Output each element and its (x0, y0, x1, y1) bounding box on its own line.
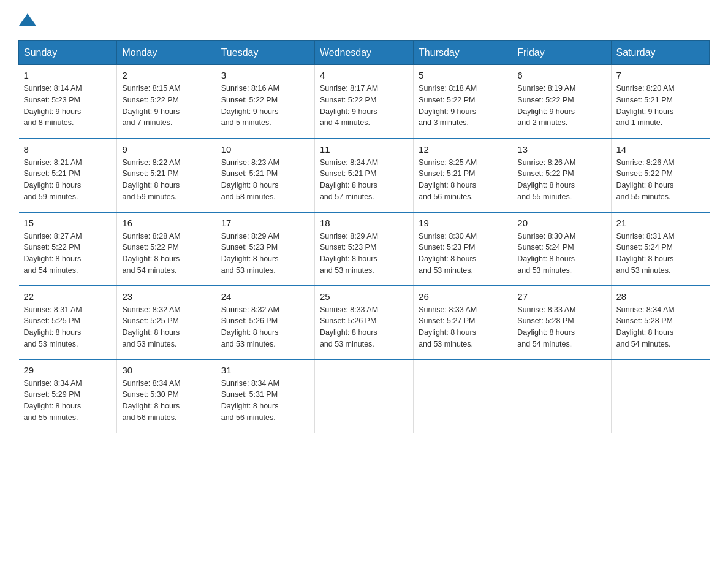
calendar-day-cell: 3 Sunrise: 8:16 AM Sunset: 5:22 PM Dayli… (216, 65, 314, 139)
day-number: 9 (122, 144, 210, 155)
logo (18, 12, 37, 28)
logo-icon (19, 13, 36, 28)
calendar-day-cell: 21 Sunrise: 8:31 AM Sunset: 5:24 PM Dayl… (611, 212, 710, 286)
day-number: 10 (221, 144, 309, 155)
calendar-day-cell: 6 Sunrise: 8:19 AM Sunset: 5:22 PM Dayli… (512, 65, 611, 139)
day-info: Sunrise: 8:34 AM Sunset: 5:31 PM Dayligh… (221, 378, 309, 424)
calendar-week-row: 22 Sunrise: 8:31 AM Sunset: 5:25 PM Dayl… (19, 286, 710, 359)
calendar-day-cell: 9 Sunrise: 8:22 AM Sunset: 5:21 PM Dayli… (117, 139, 216, 212)
day-number: 17 (221, 218, 309, 228)
day-number: 24 (221, 291, 309, 302)
day-info: Sunrise: 8:34 AM Sunset: 5:28 PM Dayligh… (616, 304, 705, 350)
calendar-day-cell: 16 Sunrise: 8:28 AM Sunset: 5:22 PM Dayl… (117, 212, 216, 286)
day-info: Sunrise: 8:17 AM Sunset: 5:22 PM Dayligh… (320, 83, 408, 129)
col-thursday: Thursday (414, 41, 512, 65)
page-header (18, 12, 710, 28)
day-number: 19 (419, 218, 507, 228)
day-number: 18 (320, 218, 408, 228)
calendar-day-cell: 25 Sunrise: 8:33 AM Sunset: 5:26 PM Dayl… (314, 286, 413, 359)
day-number: 26 (419, 291, 507, 302)
col-tuesday: Tuesday (216, 41, 314, 65)
calendar-day-cell: 4 Sunrise: 8:17 AM Sunset: 5:22 PM Dayli… (314, 65, 413, 139)
day-number: 30 (122, 365, 210, 375)
calendar-day-cell: 29 Sunrise: 8:34 AM Sunset: 5:29 PM Dayl… (19, 359, 117, 433)
day-info: Sunrise: 8:24 AM Sunset: 5:21 PM Dayligh… (320, 157, 408, 203)
day-info: Sunrise: 8:29 AM Sunset: 5:23 PM Dayligh… (221, 231, 309, 277)
day-number: 8 (24, 144, 112, 155)
day-number: 16 (122, 218, 210, 228)
day-info: Sunrise: 8:19 AM Sunset: 5:22 PM Dayligh… (517, 83, 605, 129)
day-info: Sunrise: 8:33 AM Sunset: 5:26 PM Dayligh… (320, 304, 408, 350)
calendar-day-cell: 12 Sunrise: 8:25 AM Sunset: 5:21 PM Dayl… (414, 139, 512, 212)
day-info: Sunrise: 8:15 AM Sunset: 5:22 PM Dayligh… (122, 83, 210, 129)
day-number: 14 (616, 144, 705, 155)
day-number: 11 (320, 144, 408, 155)
day-info: Sunrise: 8:26 AM Sunset: 5:22 PM Dayligh… (517, 157, 605, 203)
day-info: Sunrise: 8:25 AM Sunset: 5:21 PM Dayligh… (419, 157, 507, 203)
day-info: Sunrise: 8:31 AM Sunset: 5:25 PM Dayligh… (24, 304, 112, 350)
day-number: 5 (419, 70, 507, 80)
day-info: Sunrise: 8:33 AM Sunset: 5:28 PM Dayligh… (517, 304, 605, 350)
day-number: 15 (24, 218, 112, 228)
calendar-day-cell: 17 Sunrise: 8:29 AM Sunset: 5:23 PM Dayl… (216, 212, 314, 286)
day-info: Sunrise: 8:23 AM Sunset: 5:21 PM Dayligh… (221, 157, 309, 203)
day-number: 6 (517, 70, 605, 80)
calendar-day-cell: 27 Sunrise: 8:33 AM Sunset: 5:28 PM Dayl… (512, 286, 611, 359)
day-info: Sunrise: 8:28 AM Sunset: 5:22 PM Dayligh… (122, 231, 210, 277)
day-number: 1 (24, 70, 112, 80)
day-info: Sunrise: 8:33 AM Sunset: 5:27 PM Dayligh… (419, 304, 507, 350)
calendar-day-cell: 1 Sunrise: 8:14 AM Sunset: 5:23 PM Dayli… (19, 65, 117, 139)
day-info: Sunrise: 8:26 AM Sunset: 5:22 PM Dayligh… (616, 157, 705, 203)
day-info: Sunrise: 8:27 AM Sunset: 5:22 PM Dayligh… (24, 231, 112, 277)
calendar-day-cell: 11 Sunrise: 8:24 AM Sunset: 5:21 PM Dayl… (314, 139, 413, 212)
day-info: Sunrise: 8:34 AM Sunset: 5:29 PM Dayligh… (24, 378, 112, 424)
header-row: Sunday Monday Tuesday Wednesday Thursday… (19, 41, 710, 65)
day-number: 29 (24, 365, 112, 375)
day-number: 28 (616, 291, 705, 302)
calendar-day-cell (314, 359, 413, 433)
col-wednesday: Wednesday (314, 41, 413, 65)
day-info: Sunrise: 8:22 AM Sunset: 5:21 PM Dayligh… (122, 157, 210, 203)
calendar-day-cell: 13 Sunrise: 8:26 AM Sunset: 5:22 PM Dayl… (512, 139, 611, 212)
col-saturday: Saturday (611, 41, 710, 65)
calendar-day-cell: 10 Sunrise: 8:23 AM Sunset: 5:21 PM Dayl… (216, 139, 314, 212)
calendar-week-row: 15 Sunrise: 8:27 AM Sunset: 5:22 PM Dayl… (19, 212, 710, 286)
calendar-day-cell: 2 Sunrise: 8:15 AM Sunset: 5:22 PM Dayli… (117, 65, 216, 139)
day-number: 2 (122, 70, 210, 80)
day-number: 3 (221, 70, 309, 80)
day-info: Sunrise: 8:32 AM Sunset: 5:26 PM Dayligh… (221, 304, 309, 350)
calendar-day-cell: 22 Sunrise: 8:31 AM Sunset: 5:25 PM Dayl… (19, 286, 117, 359)
calendar-day-cell: 23 Sunrise: 8:32 AM Sunset: 5:25 PM Dayl… (117, 286, 216, 359)
day-number: 31 (221, 365, 309, 375)
day-number: 7 (616, 70, 705, 80)
col-friday: Friday (512, 41, 611, 65)
calendar-day-cell: 31 Sunrise: 8:34 AM Sunset: 5:31 PM Dayl… (216, 359, 314, 433)
calendar-day-cell: 14 Sunrise: 8:26 AM Sunset: 5:22 PM Dayl… (611, 139, 710, 212)
day-number: 13 (517, 144, 605, 155)
day-info: Sunrise: 8:30 AM Sunset: 5:24 PM Dayligh… (517, 231, 605, 277)
calendar-day-cell (611, 359, 710, 433)
day-info: Sunrise: 8:14 AM Sunset: 5:23 PM Dayligh… (24, 83, 112, 129)
calendar-day-cell: 24 Sunrise: 8:32 AM Sunset: 5:26 PM Dayl… (216, 286, 314, 359)
day-number: 21 (616, 218, 705, 228)
svg-marker-0 (19, 13, 36, 26)
day-number: 12 (419, 144, 507, 155)
calendar-day-cell: 30 Sunrise: 8:34 AM Sunset: 5:30 PM Dayl… (117, 359, 216, 433)
calendar-header: Sunday Monday Tuesday Wednesday Thursday… (19, 41, 710, 65)
day-number: 23 (122, 291, 210, 302)
day-info: Sunrise: 8:32 AM Sunset: 5:25 PM Dayligh… (122, 304, 210, 350)
calendar-body: 1 Sunrise: 8:14 AM Sunset: 5:23 PM Dayli… (19, 65, 710, 433)
calendar-week-row: 1 Sunrise: 8:14 AM Sunset: 5:23 PM Dayli… (19, 65, 710, 139)
calendar-day-cell: 15 Sunrise: 8:27 AM Sunset: 5:22 PM Dayl… (19, 212, 117, 286)
calendar-day-cell: 18 Sunrise: 8:29 AM Sunset: 5:23 PM Dayl… (314, 212, 413, 286)
day-number: 22 (24, 291, 112, 302)
day-info: Sunrise: 8:20 AM Sunset: 5:21 PM Dayligh… (616, 83, 705, 129)
day-info: Sunrise: 8:34 AM Sunset: 5:30 PM Dayligh… (122, 378, 210, 424)
day-info: Sunrise: 8:30 AM Sunset: 5:23 PM Dayligh… (419, 231, 507, 277)
calendar-week-row: 8 Sunrise: 8:21 AM Sunset: 5:21 PM Dayli… (19, 139, 710, 212)
day-number: 20 (517, 218, 605, 228)
calendar-day-cell: 19 Sunrise: 8:30 AM Sunset: 5:23 PM Dayl… (414, 212, 512, 286)
day-info: Sunrise: 8:16 AM Sunset: 5:22 PM Dayligh… (221, 83, 309, 129)
calendar-day-cell (414, 359, 512, 433)
day-info: Sunrise: 8:21 AM Sunset: 5:21 PM Dayligh… (24, 157, 112, 203)
